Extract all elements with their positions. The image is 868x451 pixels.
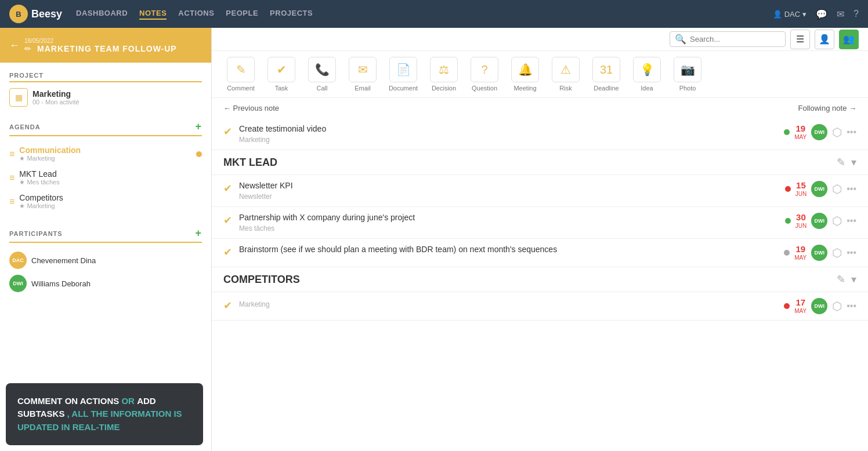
add-view-button[interactable]: 👥 bbox=[839, 30, 859, 49]
notes-list: ← Previous note Following note → ✔ Creat… bbox=[212, 98, 868, 451]
page-date: 18/05/2022 bbox=[24, 38, 202, 44]
section-actions: ✎ ▾ bbox=[837, 273, 856, 286]
comment-label: Comment bbox=[227, 85, 255, 92]
hex-icon: ⬡ bbox=[832, 214, 842, 228]
note-item-competitors: ✔ Marketing 17 MAY DWI ⬡ ••• bbox=[212, 292, 868, 321]
toolbar-document[interactable]: 📄 Document bbox=[386, 57, 421, 92]
deadline-icon: 31 bbox=[592, 57, 620, 82]
agenda-item-body: Communication ★ Marketing bbox=[19, 146, 191, 162]
status-dot bbox=[784, 250, 790, 256]
risk-label: Risk bbox=[559, 85, 572, 92]
logo: B Beesy bbox=[9, 5, 62, 23]
avatar: DWI bbox=[811, 213, 827, 229]
more-button[interactable]: ••• bbox=[847, 216, 856, 226]
collapse-icon[interactable]: ▾ bbox=[851, 156, 856, 169]
chevron-down-icon: ▾ bbox=[802, 10, 806, 19]
add-participant-button[interactable]: + bbox=[195, 227, 202, 239]
section-actions: ✎ ▾ bbox=[837, 156, 856, 169]
back-button[interactable]: ← bbox=[9, 39, 20, 52]
user-label: DAC bbox=[784, 10, 800, 19]
agenda-section: AGENDA + ≡ Communication ★ Marketing ≡ M… bbox=[0, 111, 211, 218]
agenda-item-competitors[interactable]: ≡ Competitors ★ Marketing bbox=[9, 190, 202, 213]
list-view-button[interactable]: ☰ bbox=[790, 30, 810, 49]
nav-projects[interactable]: PROJECTS bbox=[270, 9, 313, 20]
toolbar-photo[interactable]: 📷 Photo bbox=[670, 57, 705, 92]
toolbar-decision[interactable]: ⚖ Decision bbox=[426, 57, 461, 92]
comment-icon: ✎ bbox=[227, 57, 255, 82]
note-meta: 19 MAY DWI ⬡ ••• bbox=[784, 245, 856, 261]
user-icon: 👤 bbox=[773, 10, 782, 19]
prev-note-link[interactable]: ← Previous note bbox=[223, 104, 279, 112]
project-item[interactable]: ▦ Marketing 00 - Mon activité bbox=[9, 88, 202, 107]
edit-section-icon[interactable]: ✎ bbox=[837, 273, 845, 286]
project-icon: ▦ bbox=[9, 88, 28, 107]
nav-dashboard[interactable]: DASHBOARD bbox=[76, 9, 128, 20]
nav-actions[interactable]: ACTIONS bbox=[178, 9, 214, 20]
edit-icon: ✏ bbox=[24, 44, 31, 53]
section-title: COMPETITORS bbox=[223, 274, 300, 286]
note-item-brainstorm: ✔ Brainstorm (see if we should plan a me… bbox=[212, 239, 868, 267]
date-month: MAY bbox=[794, 254, 806, 261]
more-button[interactable]: ••• bbox=[847, 127, 856, 137]
project-name: Marketing bbox=[32, 89, 79, 99]
more-button[interactable]: ••• bbox=[847, 301, 856, 311]
search-input[interactable] bbox=[690, 35, 780, 43]
task-item-icon: ✔ bbox=[223, 214, 232, 227]
search-icon: 🔍 bbox=[675, 34, 686, 45]
note-body: Newsletter KPI Newsletter bbox=[239, 181, 778, 201]
idea-icon: 💡 bbox=[633, 57, 661, 82]
note-body: Marketing bbox=[239, 298, 777, 308]
call-label: Call bbox=[317, 85, 328, 92]
participant-dwi[interactable]: DWI Williams Deborah bbox=[9, 272, 202, 295]
user-view-button[interactable]: 👤 bbox=[815, 30, 834, 49]
toolbar-email[interactable]: ✉ Email bbox=[345, 57, 380, 92]
main-layout: ← 18/05/2022 ✏ MARKETING TEAM FOLLOW-UP … bbox=[0, 28, 868, 451]
task-item-icon: ✔ bbox=[223, 125, 232, 138]
agenda-item-mktlead[interactable]: ≡ MKT Lead ★ Mes tâches bbox=[9, 166, 202, 190]
collapse-icon[interactable]: ▾ bbox=[851, 273, 856, 286]
document-icon: 📄 bbox=[389, 57, 417, 82]
toolbar-task[interactable]: ✔ Task bbox=[264, 57, 299, 92]
toolbar-meeting[interactable]: 🔔 Meeting bbox=[508, 57, 542, 92]
note-sub: Marketing bbox=[239, 300, 777, 308]
agenda-item-communication[interactable]: ≡ Communication ★ Marketing bbox=[9, 142, 202, 166]
meeting-icon: 🔔 bbox=[511, 57, 539, 82]
task-item-icon: ✔ bbox=[223, 246, 232, 259]
participant-dac[interactable]: DAC Chevenement Dina bbox=[9, 249, 202, 272]
avatar: DWI bbox=[811, 245, 827, 261]
edit-section-icon[interactable]: ✎ bbox=[837, 156, 845, 169]
date-day: 30 bbox=[795, 213, 806, 223]
sidebar: ← 18/05/2022 ✏ MARKETING TEAM FOLLOW-UP … bbox=[0, 28, 212, 451]
more-button[interactable]: ••• bbox=[847, 248, 856, 258]
add-agenda-button[interactable]: + bbox=[195, 121, 202, 133]
top-nav: B Beesy DASHBOARD NOTES ACTIONS PEOPLE P… bbox=[0, 0, 868, 28]
nav-row: ← Previous note Following note → bbox=[212, 98, 868, 118]
note-body: Brainstorm (see if we should plan a meet… bbox=[239, 245, 777, 256]
chat-icon[interactable]: 💬 bbox=[816, 9, 827, 20]
note-title: Partnership with X company during june's… bbox=[239, 213, 778, 222]
user-badge[interactable]: 👤 DAC ▾ bbox=[773, 10, 806, 19]
task-icon: ✔ bbox=[267, 57, 295, 82]
more-button[interactable]: ••• bbox=[847, 184, 856, 194]
content-area: 🔍 ☰ 👤 👥 ✎ Comment ✔ Task 📞 Call ✉ bbox=[212, 28, 868, 451]
section-header-mktlead: MKT LEAD ✎ ▾ bbox=[212, 150, 868, 175]
nav-people[interactable]: PEOPLE bbox=[226, 9, 258, 20]
date-badge: 30 JUN bbox=[795, 213, 806, 229]
mail-icon[interactable]: ✉ bbox=[837, 9, 844, 20]
note-sub: Marketing bbox=[239, 136, 777, 144]
toolbar-idea[interactable]: 💡 Idea bbox=[630, 57, 664, 92]
avatar-dwi: DWI bbox=[9, 275, 27, 292]
project-info: Marketing 00 - Mon activité bbox=[32, 89, 79, 106]
status-dot bbox=[784, 129, 790, 135]
help-icon[interactable]: ? bbox=[853, 9, 859, 19]
toolbar-comment[interactable]: ✎ Comment bbox=[223, 57, 258, 92]
next-note-link[interactable]: Following note → bbox=[798, 104, 856, 112]
toolbar-question[interactable]: ? Question bbox=[467, 57, 502, 92]
toolbar-risk[interactable]: ⚠ Risk bbox=[548, 57, 583, 92]
note-item-newsletter: ✔ Newsletter KPI Newsletter 15 JUN DWI ⬡… bbox=[212, 175, 868, 207]
date-day: 17 bbox=[794, 298, 806, 308]
toolbar-deadline[interactable]: 31 Deadline bbox=[589, 57, 624, 92]
toolbar-call[interactable]: 📞 Call bbox=[305, 57, 339, 92]
date-month: JUN bbox=[795, 223, 806, 229]
nav-notes[interactable]: NOTES bbox=[139, 9, 167, 20]
